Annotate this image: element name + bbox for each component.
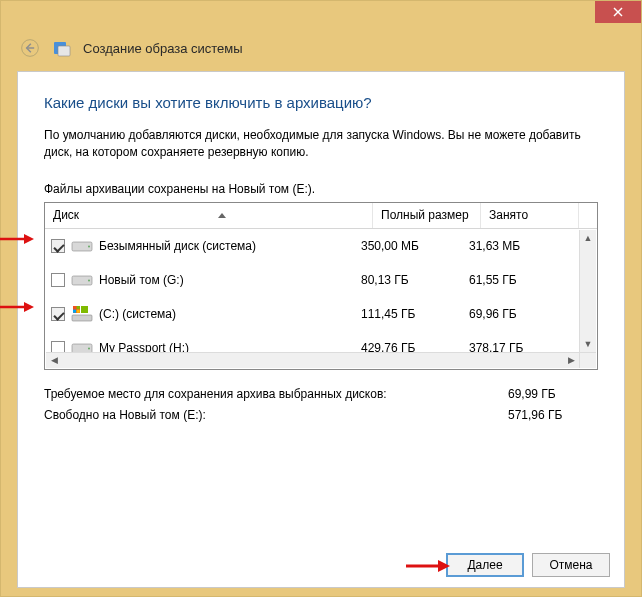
- close-icon: [613, 7, 623, 17]
- svg-marker-7: [24, 234, 34, 244]
- svg-point-12: [88, 245, 90, 247]
- svg-rect-18: [73, 306, 76, 309]
- wizard-title: Создание образа системы: [83, 41, 243, 56]
- wizard-icon: [53, 39, 71, 57]
- free-space-label: Свободно на Новый том (E:):: [44, 405, 508, 427]
- disk-size: 111,45 ГБ: [353, 307, 461, 321]
- svg-rect-21: [77, 309, 80, 312]
- column-header-used[interactable]: Занято: [481, 203, 579, 228]
- svg-rect-19: [77, 306, 80, 309]
- required-space-value: 69,99 ГБ: [508, 384, 598, 406]
- scroll-down-icon[interactable]: ▼: [580, 336, 596, 352]
- next-button[interactable]: Далее: [446, 553, 524, 577]
- content-panel: Какие диски вы хотите включить в архивац…: [17, 71, 625, 588]
- disk-row[interactable]: Безымянный диск (система)350,00 МБ31,63 …: [45, 229, 597, 263]
- svg-rect-5: [58, 46, 70, 56]
- disk-name: Безымянный диск (система): [99, 239, 256, 253]
- wizard-header: Создание образа системы: [1, 29, 641, 73]
- disk-list: Диск Полный размер Занято Безымянный дис…: [44, 202, 598, 370]
- annotation-arrow: [406, 559, 450, 573]
- disk-size: 80,13 ГБ: [353, 273, 461, 287]
- disk-used: 61,55 ГБ: [461, 273, 597, 287]
- back-arrow-icon: [20, 38, 40, 58]
- disk-row[interactable]: Новый том (G:)80,13 ГБ61,55 ГБ: [45, 263, 597, 297]
- back-button[interactable]: [19, 37, 41, 59]
- disk-row[interactable]: (C:) (система)111,45 ГБ69,96 ГБ: [45, 297, 597, 331]
- svg-marker-10: [218, 213, 226, 218]
- scroll-left-icon[interactable]: ◀: [46, 352, 62, 368]
- svg-rect-15: [72, 315, 92, 321]
- scroll-up-icon[interactable]: ▲: [580, 230, 596, 246]
- scrollbar-corner: [579, 352, 596, 368]
- disk-used: 69,96 ГБ: [461, 307, 597, 321]
- horizontal-scrollbar[interactable]: ◀ ▶: [46, 352, 579, 368]
- sort-indicator-icon: [79, 213, 364, 218]
- close-button[interactable]: [595, 1, 641, 23]
- annotation-arrow: [0, 301, 34, 313]
- disk-list-header: Диск Полный размер Занято: [45, 203, 597, 229]
- vertical-scrollbar[interactable]: ▲ ▼: [579, 230, 596, 352]
- drive-icon: [71, 271, 93, 289]
- wizard-footer: Далее Отмена: [18, 553, 624, 577]
- disk-used: 31,63 МБ: [461, 239, 597, 253]
- svg-marker-9: [24, 302, 34, 312]
- titlebar: [1, 1, 641, 29]
- disk-checkbox[interactable]: [51, 307, 65, 321]
- column-header-disk[interactable]: Диск: [45, 203, 373, 228]
- page-heading: Какие диски вы хотите включить в архивац…: [44, 94, 598, 111]
- svg-point-23: [88, 347, 90, 349]
- required-space-label: Требуемое место для сохранения архива вы…: [44, 384, 508, 406]
- drive-icon: [71, 305, 93, 323]
- svg-point-14: [88, 279, 90, 281]
- drive-icon: [71, 237, 93, 255]
- disk-checkbox[interactable]: [51, 239, 65, 253]
- free-space-value: 571,96 ГБ: [508, 405, 598, 427]
- cancel-button[interactable]: Отмена: [532, 553, 610, 577]
- svg-rect-17: [81, 306, 88, 313]
- saved-location-text: Файлы архивации сохранены на Новый том (…: [44, 182, 598, 196]
- scroll-right-icon[interactable]: ▶: [563, 352, 579, 368]
- disk-size: 350,00 МБ: [353, 239, 461, 253]
- disk-name: Новый том (G:): [99, 273, 184, 287]
- svg-marker-25: [438, 560, 450, 572]
- disk-checkbox[interactable]: [51, 273, 65, 287]
- page-description: По умолчанию добавляются диски, необходи…: [44, 127, 598, 162]
- column-header-size[interactable]: Полный размер: [373, 203, 481, 228]
- window-frame: Создание образа системы Какие диски вы х…: [0, 0, 642, 597]
- svg-rect-20: [73, 309, 76, 312]
- disk-name: (C:) (система): [99, 307, 176, 321]
- annotation-arrow: [0, 233, 34, 245]
- summary-block: Требуемое место для сохранения архива вы…: [44, 384, 598, 427]
